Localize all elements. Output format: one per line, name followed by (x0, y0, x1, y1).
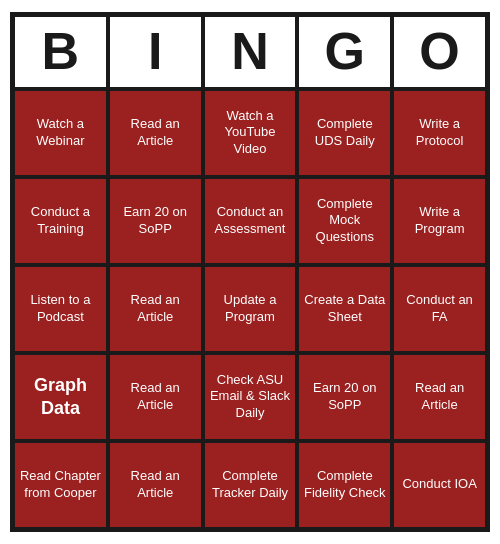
bingo-letter-o: O (392, 15, 487, 88)
bingo-cell-2[interactable]: Watch a YouTube Video (203, 89, 298, 177)
bingo-cell-18[interactable]: Earn 20 on SoPP (297, 353, 392, 441)
bingo-cell-13[interactable]: Create a Data Sheet (297, 265, 392, 353)
bingo-grid: Watch a WebinarRead an ArticleWatch a Yo… (13, 89, 487, 529)
bingo-card: BINGO Watch a WebinarRead an ArticleWatc… (10, 12, 490, 531)
bingo-cell-8[interactable]: Complete Mock Questions (297, 177, 392, 265)
bingo-cell-10[interactable]: Listen to a Podcast (13, 265, 108, 353)
bingo-cell-24[interactable]: Conduct IOA (392, 441, 487, 529)
bingo-cell-23[interactable]: Complete Fidelity Check (297, 441, 392, 529)
bingo-header: BINGO (13, 15, 487, 88)
bingo-cell-15[interactable]: Graph Data (13, 353, 108, 441)
bingo-cell-3[interactable]: Complete UDS Daily (297, 89, 392, 177)
bingo-cell-7[interactable]: Conduct an Assessment (203, 177, 298, 265)
bingo-cell-16[interactable]: Read an Article (108, 353, 203, 441)
bingo-cell-12[interactable]: Update a Program (203, 265, 298, 353)
bingo-letter-b: B (13, 15, 108, 88)
bingo-cell-20[interactable]: Read Chapter from Cooper (13, 441, 108, 529)
bingo-cell-1[interactable]: Read an Article (108, 89, 203, 177)
bingo-cell-9[interactable]: Write a Program (392, 177, 487, 265)
bingo-cell-5[interactable]: Conduct a Training (13, 177, 108, 265)
bingo-cell-0[interactable]: Watch a Webinar (13, 89, 108, 177)
bingo-cell-11[interactable]: Read an Article (108, 265, 203, 353)
bingo-letter-i: I (108, 15, 203, 88)
bingo-cell-14[interactable]: Conduct an FA (392, 265, 487, 353)
bingo-cell-4[interactable]: Write a Protocol (392, 89, 487, 177)
bingo-cell-17[interactable]: Check ASU Email & Slack Daily (203, 353, 298, 441)
bingo-cell-22[interactable]: Complete Tracker Daily (203, 441, 298, 529)
bingo-cell-6[interactable]: Earn 20 on SoPP (108, 177, 203, 265)
bingo-letter-n: N (203, 15, 298, 88)
bingo-letter-g: G (297, 15, 392, 88)
bingo-cell-19[interactable]: Read an Article (392, 353, 487, 441)
bingo-cell-21[interactable]: Read an Article (108, 441, 203, 529)
